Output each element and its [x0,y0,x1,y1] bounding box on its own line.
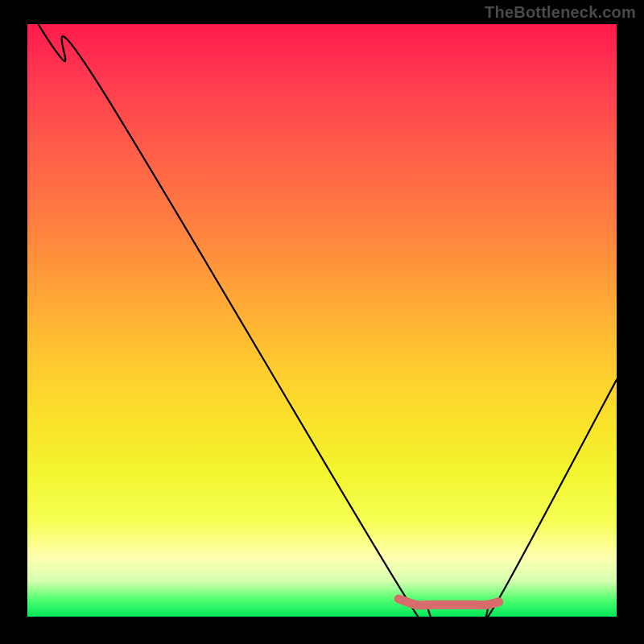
watermark-text: TheBottleneck.com [485,3,636,22]
bottleneck-curve [27,24,617,617]
highlight-segment [398,599,498,605]
plot-area [27,24,617,617]
chart-frame: TheBottleneck.com [0,0,644,644]
curve-layer [27,24,617,617]
